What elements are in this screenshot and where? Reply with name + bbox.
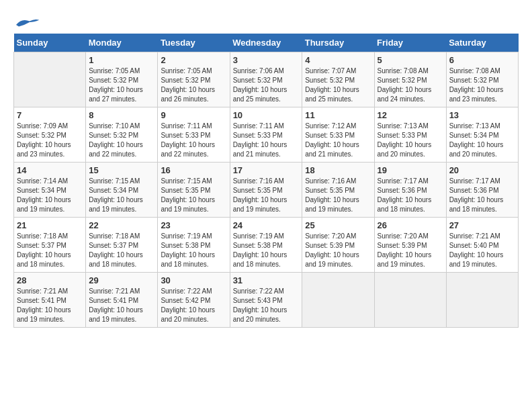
calendar-cell: 8Sunrise: 7:10 AM Sunset: 5:32 PM Daylig… [86, 107, 158, 163]
calendar-cell: 25Sunrise: 7:20 AM Sunset: 5:39 PM Dayli… [302, 218, 374, 273]
calendar-cell: 10Sunrise: 7:11 AM Sunset: 5:33 PM Dayli… [230, 107, 302, 163]
calendar-table: SundayMondayTuesdayWednesdayThursdayFrid… [13, 34, 519, 328]
day-number: 1 [89, 55, 154, 65]
calendar-week: 21Sunrise: 7:18 AM Sunset: 5:37 PM Dayli… [14, 218, 519, 273]
calendar-cell: 19Sunrise: 7:17 AM Sunset: 5:36 PM Dayli… [374, 163, 446, 218]
day-number: 5 [378, 55, 443, 65]
day-info: Sunrise: 7:07 AM Sunset: 5:32 PM Dayligh… [305, 66, 371, 104]
day-number: 29 [89, 275, 154, 285]
calendar-body: 1Sunrise: 7:05 AM Sunset: 5:32 PM Daylig… [14, 52, 519, 328]
day-number: 17 [233, 165, 300, 175]
logo-text [13, 13, 40, 30]
calendar-cell [374, 273, 446, 328]
calendar-cell [14, 52, 86, 107]
calendar-cell [302, 273, 374, 328]
weekday-header: Sunday [14, 34, 86, 52]
day-info: Sunrise: 7:22 AM Sunset: 5:42 PM Dayligh… [161, 287, 226, 324]
day-info: Sunrise: 7:21 AM Sunset: 5:41 PM Dayligh… [17, 287, 83, 324]
day-number: 12 [378, 110, 443, 120]
day-info: Sunrise: 7:15 AM Sunset: 5:35 PM Dayligh… [161, 177, 226, 214]
calendar-cell: 17Sunrise: 7:16 AM Sunset: 5:35 PM Dayli… [230, 163, 302, 218]
calendar-cell: 16Sunrise: 7:15 AM Sunset: 5:35 PM Dayli… [158, 163, 230, 218]
day-number: 20 [449, 165, 515, 175]
day-number: 7 [17, 110, 83, 120]
day-number: 2 [161, 55, 226, 65]
day-number: 8 [89, 110, 154, 120]
day-info: Sunrise: 7:11 AM Sunset: 5:33 PM Dayligh… [161, 122, 226, 159]
calendar-cell: 9Sunrise: 7:11 AM Sunset: 5:33 PM Daylig… [158, 107, 230, 163]
day-number: 9 [161, 110, 226, 120]
calendar-cell: 4Sunrise: 7:07 AM Sunset: 5:32 PM Daylig… [302, 52, 374, 107]
day-number: 19 [378, 165, 443, 175]
day-info: Sunrise: 7:21 AM Sunset: 5:40 PM Dayligh… [449, 232, 515, 269]
calendar-cell: 26Sunrise: 7:20 AM Sunset: 5:39 PM Dayli… [374, 218, 446, 273]
calendar-cell: 6Sunrise: 7:08 AM Sunset: 5:32 PM Daylig… [446, 52, 518, 107]
calendar-week: 28Sunrise: 7:21 AM Sunset: 5:41 PM Dayli… [14, 273, 519, 328]
day-info: Sunrise: 7:13 AM Sunset: 5:34 PM Dayligh… [449, 122, 515, 159]
day-info: Sunrise: 7:19 AM Sunset: 5:38 PM Dayligh… [233, 232, 300, 269]
calendar-cell: 12Sunrise: 7:13 AM Sunset: 5:33 PM Dayli… [374, 107, 446, 163]
weekday-header: Friday [374, 34, 446, 52]
day-info: Sunrise: 7:06 AM Sunset: 5:32 PM Dayligh… [233, 66, 300, 104]
calendar-cell: 22Sunrise: 7:18 AM Sunset: 5:37 PM Dayli… [86, 218, 158, 273]
day-info: Sunrise: 7:20 AM Sunset: 5:39 PM Dayligh… [305, 232, 371, 269]
page-header [13, 13, 519, 27]
day-info: Sunrise: 7:17 AM Sunset: 5:36 PM Dayligh… [449, 177, 515, 214]
calendar-cell: 3Sunrise: 7:06 AM Sunset: 5:32 PM Daylig… [230, 52, 302, 107]
calendar-cell [446, 273, 518, 328]
calendar-cell: 23Sunrise: 7:19 AM Sunset: 5:38 PM Dayli… [158, 218, 230, 273]
calendar-cell: 18Sunrise: 7:16 AM Sunset: 5:35 PM Dayli… [302, 163, 374, 218]
calendar-week: 1Sunrise: 7:05 AM Sunset: 5:32 PM Daylig… [14, 52, 519, 107]
day-number: 28 [17, 275, 83, 285]
day-number: 4 [305, 55, 371, 65]
day-info: Sunrise: 7:18 AM Sunset: 5:37 PM Dayligh… [89, 232, 154, 269]
calendar-cell: 11Sunrise: 7:12 AM Sunset: 5:33 PM Dayli… [302, 107, 374, 163]
logo [13, 13, 40, 27]
day-number: 6 [449, 55, 515, 65]
calendar-cell: 29Sunrise: 7:21 AM Sunset: 5:41 PM Dayli… [86, 273, 158, 328]
calendar-cell: 31Sunrise: 7:22 AM Sunset: 5:43 PM Dayli… [230, 273, 302, 328]
day-number: 18 [305, 165, 371, 175]
calendar-cell: 27Sunrise: 7:21 AM Sunset: 5:40 PM Dayli… [446, 218, 518, 273]
weekday-header: Wednesday [230, 34, 302, 52]
calendar-cell: 20Sunrise: 7:17 AM Sunset: 5:36 PM Dayli… [446, 163, 518, 218]
day-number: 31 [233, 275, 300, 285]
day-info: Sunrise: 7:05 AM Sunset: 5:32 PM Dayligh… [161, 66, 226, 104]
weekday-header: Tuesday [158, 34, 230, 52]
day-number: 30 [161, 275, 226, 285]
day-info: Sunrise: 7:10 AM Sunset: 5:32 PM Dayligh… [89, 122, 154, 159]
day-info: Sunrise: 7:19 AM Sunset: 5:38 PM Dayligh… [161, 232, 226, 269]
day-number: 13 [449, 110, 515, 120]
day-number: 23 [161, 220, 226, 230]
calendar-week: 7Sunrise: 7:09 AM Sunset: 5:32 PM Daylig… [14, 107, 519, 163]
calendar-header: SundayMondayTuesdayWednesdayThursdayFrid… [14, 34, 519, 52]
day-info: Sunrise: 7:16 AM Sunset: 5:35 PM Dayligh… [233, 177, 300, 214]
calendar-cell: 7Sunrise: 7:09 AM Sunset: 5:32 PM Daylig… [14, 107, 86, 163]
day-number: 21 [17, 220, 83, 230]
day-info: Sunrise: 7:22 AM Sunset: 5:43 PM Dayligh… [233, 287, 300, 324]
day-info: Sunrise: 7:09 AM Sunset: 5:32 PM Dayligh… [17, 122, 83, 159]
day-info: Sunrise: 7:11 AM Sunset: 5:33 PM Dayligh… [233, 122, 300, 159]
day-number: 27 [449, 220, 515, 230]
day-number: 11 [305, 110, 371, 120]
day-number: 22 [89, 220, 154, 230]
day-number: 3 [233, 55, 300, 65]
day-info: Sunrise: 7:17 AM Sunset: 5:36 PM Dayligh… [378, 177, 443, 214]
day-info: Sunrise: 7:14 AM Sunset: 5:34 PM Dayligh… [17, 177, 83, 214]
calendar-cell: 30Sunrise: 7:22 AM Sunset: 5:42 PM Dayli… [158, 273, 230, 328]
day-number: 16 [161, 165, 226, 175]
day-info: Sunrise: 7:21 AM Sunset: 5:41 PM Dayligh… [89, 287, 154, 324]
weekday-header: Saturday [446, 34, 518, 52]
day-info: Sunrise: 7:20 AM Sunset: 5:39 PM Dayligh… [378, 232, 443, 269]
calendar-cell: 13Sunrise: 7:13 AM Sunset: 5:34 PM Dayli… [446, 107, 518, 163]
calendar-cell: 21Sunrise: 7:18 AM Sunset: 5:37 PM Dayli… [14, 218, 86, 273]
calendar-week: 14Sunrise: 7:14 AM Sunset: 5:34 PM Dayli… [14, 163, 519, 218]
weekday-header: Thursday [302, 34, 374, 52]
day-number: 15 [89, 165, 154, 175]
day-info: Sunrise: 7:05 AM Sunset: 5:32 PM Dayligh… [89, 66, 154, 104]
day-info: Sunrise: 7:13 AM Sunset: 5:33 PM Dayligh… [378, 122, 443, 159]
calendar-cell: 1Sunrise: 7:05 AM Sunset: 5:32 PM Daylig… [86, 52, 158, 107]
day-info: Sunrise: 7:18 AM Sunset: 5:37 PM Dayligh… [17, 232, 83, 269]
calendar-cell: 24Sunrise: 7:19 AM Sunset: 5:38 PM Dayli… [230, 218, 302, 273]
day-number: 10 [233, 110, 300, 120]
